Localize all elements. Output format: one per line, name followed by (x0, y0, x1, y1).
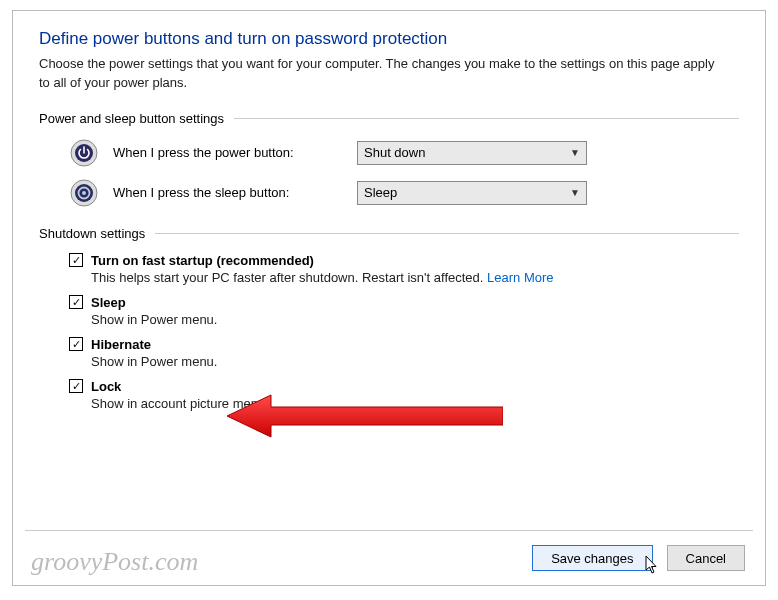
option-desc: This helps start your PC faster after sh… (91, 270, 739, 285)
power-button-row: When I press the power button: Shut down… (69, 138, 739, 168)
divider (155, 233, 739, 234)
select-value: Shut down (364, 145, 425, 160)
save-changes-button[interactable]: Save changes (532, 545, 652, 571)
checkbox-fast-startup[interactable]: ✓ (69, 253, 83, 267)
option-desc: Show in account picture menu. (91, 396, 739, 411)
divider (234, 118, 739, 119)
sleep-icon (69, 178, 99, 208)
section-shutdown: Shutdown settings (39, 226, 739, 241)
option-title: Sleep (91, 295, 126, 310)
learn-more-link[interactable]: Learn More (487, 270, 553, 285)
page-description: Choose the power settings that you want … (39, 55, 719, 93)
power-button-label: When I press the power button: (113, 145, 343, 160)
section-label: Power and sleep button settings (39, 111, 224, 126)
option-title: Hibernate (91, 337, 151, 352)
checkbox-hibernate[interactable]: ✓ (69, 337, 83, 351)
option-fast-startup: ✓ Turn on fast startup (recommended) Thi… (69, 253, 739, 285)
sleep-button-row: When I press the sleep button: Sleep ▼ (69, 178, 739, 208)
sleep-button-select[interactable]: Sleep ▼ (357, 181, 587, 205)
checkbox-sleep[interactable]: ✓ (69, 295, 83, 309)
checkbox-lock[interactable]: ✓ (69, 379, 83, 393)
select-value: Sleep (364, 185, 397, 200)
sleep-button-label: When I press the sleep button: (113, 185, 343, 200)
option-desc: Show in Power menu. (91, 354, 739, 369)
settings-panel: Define power buttons and turn on passwor… (12, 10, 766, 586)
chevron-down-icon: ▼ (570, 147, 580, 158)
watermark: groovyPost.com (31, 547, 198, 577)
option-sleep: ✓ Sleep Show in Power menu. (69, 295, 739, 327)
divider (25, 530, 753, 531)
svg-point-5 (82, 191, 86, 195)
option-title: Lock (91, 379, 121, 394)
dialog-footer: Save changes Cancel (532, 545, 745, 571)
power-icon (69, 138, 99, 168)
cancel-button[interactable]: Cancel (667, 545, 745, 571)
option-title: Turn on fast startup (recommended) (91, 253, 314, 268)
section-power-sleep: Power and sleep button settings (39, 111, 739, 126)
option-lock: ✓ Lock Show in account picture menu. (69, 379, 739, 411)
page-title: Define power buttons and turn on passwor… (39, 29, 739, 49)
option-desc: Show in Power menu. (91, 312, 739, 327)
shutdown-settings-list: ✓ Turn on fast startup (recommended) Thi… (69, 253, 739, 411)
chevron-down-icon: ▼ (570, 187, 580, 198)
power-button-select[interactable]: Shut down ▼ (357, 141, 587, 165)
section-label: Shutdown settings (39, 226, 145, 241)
option-hibernate: ✓ Hibernate Show in Power menu. (69, 337, 739, 369)
